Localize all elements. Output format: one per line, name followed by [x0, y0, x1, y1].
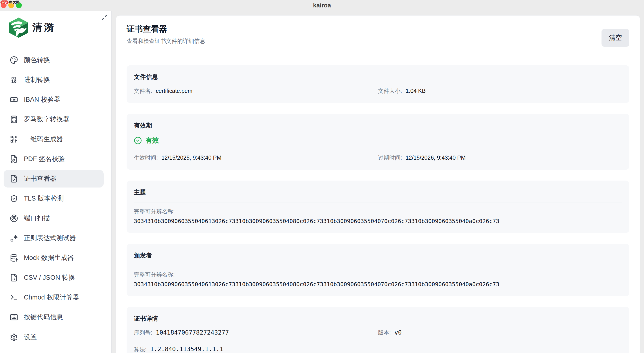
sidebar-item-pdf-signature-verify[interactable]: PDF 签名校验 — [4, 150, 104, 168]
sidebar: 清漪 颜色转换 — [0, 11, 112, 353]
page-header: 证书查看器 查看和检查证书文件的详细信息 清空 — [126, 24, 630, 47]
issuer-section: 颁发者 完整可分辨名称: 3034310b3009060355040613026… — [126, 244, 630, 296]
validity-section: 有效期 有效 生效时间:12/15/2025, 9:43:40 PM 过期时间:… — [126, 114, 630, 170]
serial-number-field: 序列号:10418470677827243277 — [134, 329, 378, 336]
php-logo: php — [0, 0, 8, 4]
sidebar-footer: 设置 — [0, 321, 111, 353]
titlebar: php 中文网 kairoa — [0, 0, 644, 11]
app-name: 清漪 — [32, 21, 56, 34]
calculator-icon — [10, 115, 18, 124]
cert-details-heading: 证书详情 — [134, 315, 622, 322]
valid-to-field: 过期时间:12/15/2026, 9:43:40 PM — [378, 154, 622, 161]
terminal-icon — [10, 294, 18, 302]
valid-to-value: 12/15/2026, 9:43:40 PM — [406, 154, 466, 161]
page-subtitle: 查看和检查证书文件的详细信息 — [126, 37, 205, 45]
sidebar-item-mock-data-generator[interactable]: Mock 数据生成器 — [4, 249, 104, 267]
collapse-sidebar-icon[interactable] — [102, 14, 108, 21]
php-cn-watermark: php 中文网 — [0, 0, 19, 4]
section-divider — [134, 202, 622, 203]
keyboard-icon — [10, 313, 18, 321]
file-info-heading: 文件信息 — [134, 73, 622, 80]
sidebar-item-regex-tester[interactable]: 正则表达式测试器 — [4, 229, 104, 247]
sidebar-item-base-convert[interactable]: 进制转换 — [4, 71, 104, 88]
main-content: 证书查看器 查看和检查证书文件的详细信息 清空 文件信息 文件名:certifi… — [116, 15, 640, 353]
valid-from-value: 12/15/2025, 9:43:40 PM — [162, 154, 222, 161]
sidebar-item-roman-numeral-converter[interactable]: 罗马数字转换器 — [4, 110, 104, 128]
validity-heading: 有效期 — [134, 122, 622, 129]
radar-icon — [10, 214, 18, 222]
file-info-section: 文件信息 文件名:certificate.pem 文件大小:1.04 KB — [126, 65, 630, 103]
serial-number-value: 10418470677827243277 — [156, 329, 229, 336]
gear-icon — [10, 333, 18, 341]
version-value: v0 — [394, 329, 402, 336]
issuer-dn-value: 3034310b3009060355040613026c73310b300906… — [134, 281, 622, 288]
section-divider — [134, 266, 622, 266]
sidebar-item-cert-viewer[interactable]: 证书查看器 — [4, 170, 104, 188]
algorithm-field: 算法:1.2.840.113549.1.1.1 — [134, 346, 622, 353]
sidebar-item-tls-version-check[interactable]: TLS 版本检测 — [4, 190, 104, 207]
file-size-value: 1.04 KB — [406, 88, 426, 94]
subject-dn-value: 3034310b3009060355040613026c73310b300906… — [134, 218, 622, 224]
sidebar-item-port-scan[interactable]: 端口扫描 — [4, 210, 104, 227]
qr-code-icon — [10, 135, 18, 143]
cert-details-section: 证书详情 序列号:10418470677827243277 版本:v0 算法:1… — [126, 307, 630, 353]
banknote-icon — [10, 96, 18, 104]
file-name-field: 文件名:certificate.pem — [134, 87, 378, 94]
sidebar-item-settings[interactable]: 设置 — [4, 328, 104, 346]
binary-icon — [10, 76, 18, 84]
sidebar-item-iban-validator[interactable]: IBAN 校验器 — [4, 91, 104, 108]
page-title: 证书查看器 — [126, 24, 205, 34]
version-field: 版本:v0 — [378, 329, 622, 336]
algorithm-value: 1.2.840.113549.1.1.1 — [150, 346, 223, 352]
file-pen-icon — [10, 155, 18, 163]
regex-icon — [10, 234, 18, 242]
window-title: kairoa — [0, 2, 644, 9]
app-logo-icon — [8, 17, 30, 39]
subject-heading: 主题 — [134, 189, 622, 196]
sidebar-item-csv-json-convert[interactable]: CSV / JSON 转换 — [4, 269, 104, 286]
file-size-field: 文件大小:1.04 KB — [378, 87, 622, 94]
file-check-icon — [10, 175, 18, 183]
validity-status-badge: 有效 — [134, 136, 622, 145]
sidebar-item-chmod-calculator[interactable]: Chmod 权限计算器 — [4, 289, 104, 306]
file-name-value: certificate.pem — [156, 88, 192, 94]
sidebar-nav: 颜色转换 进制转换 IBAN 校验器 — [0, 51, 111, 321]
sidebar-item-qr-generator[interactable]: 二维码生成器 — [4, 130, 104, 148]
issuer-dn-label: 完整可分辨名称: — [134, 272, 622, 278]
app-logo-row: 清漪 — [0, 11, 111, 44]
file-grid-icon — [10, 274, 18, 282]
subject-section: 主题 完整可分辨名称: 3034310b3009060355040613026c… — [126, 180, 630, 233]
valid-from-field: 生效时间:12/15/2025, 9:43:40 PM — [134, 154, 378, 161]
database-zap-icon — [10, 254, 18, 262]
shield-check-icon — [10, 194, 18, 202]
subject-dn-label: 完整可分辨名称: — [134, 208, 622, 214]
sidebar-item-color-convert[interactable]: 颜色转换 — [4, 51, 104, 69]
sidebar-item-keycode-info[interactable]: 按键代码信息 — [4, 308, 104, 321]
issuer-heading: 颁发者 — [134, 252, 622, 259]
clear-button[interactable]: 清空 — [602, 29, 630, 47]
circle-check-icon — [134, 136, 142, 144]
validity-status-text: 有效 — [146, 136, 159, 145]
palette-icon — [10, 56, 18, 64]
